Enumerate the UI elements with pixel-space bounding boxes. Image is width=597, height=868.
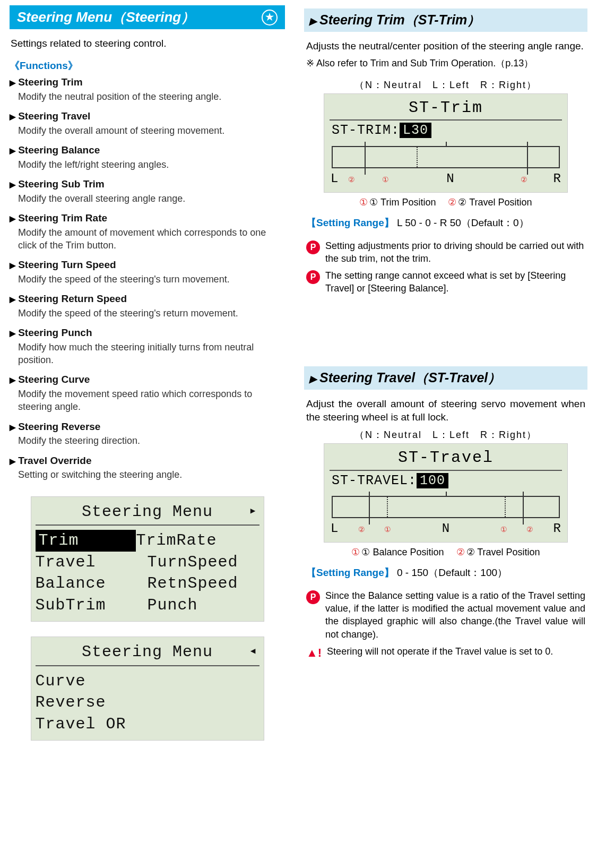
label-L: L: [331, 520, 338, 537]
function-item: Steering CurveModify the movement speed …: [10, 373, 285, 413]
st-travel-lcd-value: 100: [417, 473, 448, 488]
lcd-item: Travel OR: [36, 714, 148, 735]
lcd-item: [148, 692, 259, 714]
header-title: Steering Menu（Steering）: [17, 8, 195, 27]
st-travel-lcd-label: ST-TRAVEL:: [332, 473, 417, 488]
st-travel-header: Steering Travel（ST-Travel）: [304, 366, 587, 390]
lcd-item: [148, 714, 259, 735]
function-desc: Modify the overall steering angle range.: [18, 192, 285, 205]
st-travel-desc: Adjust the overall amount of steering se…: [306, 397, 585, 424]
function-desc: Modify the speed of the steering's turn …: [18, 273, 285, 286]
st-trim-annotations: ①① Trim Position ②② Travel Position: [304, 196, 587, 209]
st-travel-setting-range: 【Setting Range】 0 - 150（Default：100）: [306, 566, 585, 580]
st-trim-lcd: ST-Trim ST-TRIM:L30 L ② ① N ② R: [324, 93, 568, 193]
lcd-row: BalanceRetnSpeed: [36, 573, 259, 595]
functions-list: Steering TrimModify the neutral position…: [10, 75, 285, 481]
p-icon: P: [306, 240, 320, 254]
function-name: Travel Override: [10, 454, 285, 468]
lcd2-title: Steering Menu ◀: [36, 639, 259, 666]
arrow-right-icon: ▶: [250, 506, 256, 518]
st-travel-legend: （N：Neutral L：Left R：Right）: [304, 428, 587, 441]
st-trim-note: ※ Also refer to Trim and Sub Trim Operat…: [306, 57, 585, 70]
function-name: Steering Trim Rate: [10, 211, 285, 225]
functions-label: 《Functions》: [10, 59, 285, 73]
arrow-left-icon: ◀: [250, 647, 256, 658]
function-desc: Modify the left/right steering angles.: [18, 158, 285, 171]
function-item: Steering Return SpeedModify the speed of…: [10, 292, 285, 320]
function-item: Steering Trim RateModify the amount of m…: [10, 211, 285, 252]
function-item: Steering PunchModify how much the steeri…: [10, 326, 285, 366]
lcd-row: Curve: [36, 671, 259, 692]
lcd1-title: Steering Menu ▶: [36, 499, 259, 526]
p-icon: P: [306, 590, 320, 604]
function-name: Steering Trim: [10, 75, 285, 89]
lcd-row: TrimTrimRate: [36, 530, 259, 552]
st-travel-pnote1: P Since the Balance setting value is a r…: [306, 589, 585, 641]
function-item: Steering TravelModify the overall amount…: [10, 109, 285, 137]
function-item: Steering Turn SpeedModify the speed of t…: [10, 258, 285, 286]
function-desc: Modify how much the steering initially t…: [18, 341, 285, 367]
lcd-item: Curve: [36, 671, 148, 692]
star-icon: ★: [262, 10, 278, 25]
st-travel-lcd-title: ST-Travel: [330, 447, 562, 471]
lcd-row: TravelTurnSpeed: [36, 552, 259, 573]
function-name: Steering Turn Speed: [10, 258, 285, 272]
lcd-item: TrimRate: [136, 530, 248, 552]
function-name: Steering Reverse: [10, 420, 285, 434]
lcd-item: SubTrim: [36, 595, 148, 616]
lcd-menu-page1: Steering Menu ▶ TrimTrimRateTravelTurnSp…: [31, 496, 264, 622]
function-name: Steering Punch: [10, 326, 285, 340]
function-desc: Modify the speed of the steering's retur…: [18, 307, 285, 320]
lcd-item: RetnSpeed: [148, 573, 259, 595]
lcd-item: [148, 671, 259, 692]
st-trim-lcd-value: L30: [400, 123, 431, 138]
function-item: Steering Sub TrimModify the overall stee…: [10, 177, 285, 205]
function-desc: Modify the amount of movement which corr…: [18, 226, 285, 252]
function-name: Steering Travel: [10, 109, 285, 123]
lcd-selected: Trim: [36, 530, 136, 552]
left-column: Steering Menu（Steering） ★ Settings relat…: [0, 0, 295, 764]
lcd-item: Travel: [36, 552, 148, 573]
st-travel-lcd: ST-Travel ST-TRAVEL:100 L ② ① N ① ② R: [324, 443, 568, 543]
lcd-item: Reverse: [36, 692, 148, 714]
label-L: L: [331, 170, 338, 187]
function-item: Travel OverrideSetting or switching the …: [10, 454, 285, 482]
label-N: N: [442, 520, 449, 537]
st-trim-header: Steering Trim（ST-Trim）: [304, 8, 587, 32]
lcd-item: Balance: [36, 573, 148, 595]
lcd-menu-page2: Steering Menu ◀ CurveReverseTravel OR: [31, 637, 264, 741]
function-name: Steering Return Speed: [10, 292, 285, 306]
label-R: R: [553, 520, 561, 537]
function-name: Steering Sub Trim: [10, 177, 285, 191]
warning-icon: ▲!: [306, 646, 322, 660]
intro-text: Settings related to steering control.: [11, 37, 284, 50]
st-trim-legend: （N：Neutral L：Left R：Right）: [304, 79, 587, 91]
function-item: Steering TrimModify the neutral position…: [10, 75, 285, 103]
function-item: Steering ReverseModify the steering dire…: [10, 420, 285, 448]
function-desc: Modify the neutral position of the steer…: [18, 90, 285, 103]
function-desc: Modify the overall amount of steering mo…: [18, 124, 285, 137]
st-trim-lcd-title: ST-Trim: [330, 97, 562, 121]
st-trim-lcd-label: ST-TRIM:: [332, 123, 400, 138]
lcd-item: TurnSpeed: [148, 552, 259, 573]
label-N: N: [446, 170, 454, 187]
steering-menu-header: Steering Menu（Steering） ★: [10, 5, 285, 29]
lcd-row: Reverse: [36, 692, 259, 714]
lcd-item: Punch: [148, 595, 259, 616]
st-trim-desc: Adjusts the neutral/center position of t…: [306, 39, 585, 53]
st-trim-pnote1: P Setting adjustments prior to driving s…: [306, 239, 585, 265]
function-name: Steering Balance: [10, 143, 285, 157]
function-desc: Modify the movement speed ratio which co…: [18, 388, 285, 414]
st-travel-warning: ▲! Steering will not operate if the Trav…: [306, 645, 585, 660]
function-name: Steering Curve: [10, 373, 285, 386]
st-travel-annotations: ①① Balance Position ②② Travel Position: [304, 546, 587, 558]
right-column: Steering Trim（ST-Trim） Adjusts the neutr…: [295, 0, 597, 764]
p-icon: P: [306, 270, 320, 284]
st-trim-pnote2: P The setting range cannot exceed what i…: [306, 269, 585, 295]
function-desc: Modify the steering direction.: [18, 434, 285, 447]
lcd-row: Travel OR: [36, 714, 259, 735]
st-travel-bar: [332, 496, 560, 518]
function-item: Steering BalanceModify the left/right st…: [10, 143, 285, 171]
label-R: R: [553, 170, 561, 187]
st-trim-setting-range: 【Setting Range】 L 50 - 0 - R 50（Default：…: [306, 216, 585, 230]
